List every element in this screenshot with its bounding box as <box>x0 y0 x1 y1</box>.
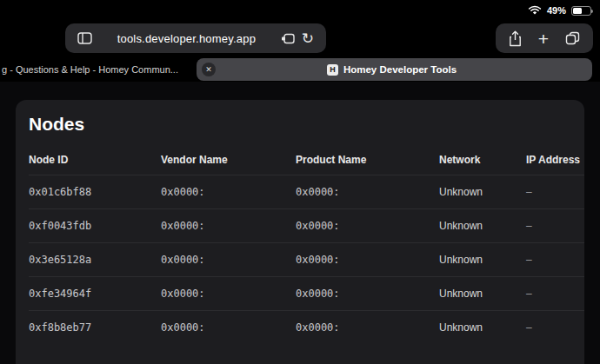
battery-icon <box>571 6 591 16</box>
toolbar-right: + <box>496 23 593 53</box>
cell-vendor-name: 0x0000: <box>161 242 296 276</box>
page-title: Nodes <box>29 114 584 135</box>
tabs-overview-icon[interactable] <box>562 31 583 45</box>
favicon-homey: H <box>327 64 338 76</box>
new-tab-icon[interactable]: + <box>535 30 552 48</box>
cell-product-name: 0x0000: <box>296 310 439 344</box>
tab-bar: g - Questions & Help - Homey Commun... ✕… <box>0 57 600 82</box>
share-icon[interactable] <box>505 30 525 47</box>
cell-ip-address: – <box>526 276 584 310</box>
url-text[interactable]: tools.developer.homey.app <box>96 32 277 45</box>
address-bar[interactable]: tools.developer.homey.app ↻ <box>65 23 326 53</box>
cell-node-id: 0x3e65128a <box>29 242 161 276</box>
cell-ip-address: – <box>526 175 584 208</box>
cell-node-id: 0xf0043fdb <box>29 208 161 242</box>
cell-product-name: 0x0000: <box>296 175 439 208</box>
cell-ip-address: – <box>526 242 584 276</box>
extensions-icon[interactable] <box>277 33 298 44</box>
cell-network: Unknown <box>439 242 526 276</box>
column-header-network: Network <box>439 145 526 175</box>
table-row[interactable]: 0x3e65128a 0x0000: 0x0000: Unknown – <box>29 242 584 276</box>
page-content: Nodes Node ID Vendor Name Product Name N… <box>0 82 600 364</box>
cell-node-id: 0xfe34964f <box>29 276 161 310</box>
table-header-row: Node ID Vendor Name Product Name Network… <box>29 145 584 175</box>
cell-node-id: 0x01c6bf88 <box>29 175 161 208</box>
close-tab-icon[interactable]: ✕ <box>202 63 216 76</box>
column-header-vendor-name: Vendor Name <box>161 145 296 175</box>
reload-icon[interactable]: ↻ <box>298 31 317 46</box>
cell-network: Unknown <box>439 276 526 310</box>
status-bar: 49% <box>0 0 600 21</box>
battery-percent-label: 49% <box>547 5 566 16</box>
table-row[interactable]: 0xfe34964f 0x0000: 0x0000: Unknown – <box>29 276 584 310</box>
column-header-ip-address: IP Address <box>526 145 584 175</box>
column-header-product-name: Product Name <box>296 145 439 175</box>
cell-vendor-name: 0x0000: <box>161 208 296 242</box>
cell-ip-address: – <box>526 310 584 344</box>
sidebar-toggle-icon[interactable] <box>74 32 96 44</box>
wifi-icon <box>528 5 542 16</box>
cell-network: Unknown <box>439 310 526 344</box>
tab-label: g - Questions & Help - Homey Commun... <box>0 64 178 75</box>
nodes-card: Nodes Node ID Vendor Name Product Name N… <box>16 100 584 364</box>
cell-vendor-name: 0x0000: <box>161 276 296 310</box>
cell-product-name: 0x0000: <box>296 276 439 310</box>
table-row[interactable]: 0x01c6bf88 0x0000: 0x0000: Unknown – <box>29 175 584 208</box>
cell-ip-address: – <box>526 208 584 242</box>
cell-vendor-name: 0x0000: <box>161 175 296 208</box>
tab-homey-community[interactable]: g - Questions & Help - Homey Commun... <box>0 58 190 81</box>
cell-network: Unknown <box>439 175 526 208</box>
nodes-table: Node ID Vendor Name Product Name Network… <box>29 145 584 344</box>
cell-vendor-name: 0x0000: <box>161 310 296 344</box>
tab-homey-developer-tools[interactable]: ✕ H Homey Developer Tools <box>197 58 592 81</box>
cell-product-name: 0x0000: <box>296 242 439 276</box>
cell-product-name: 0x0000: <box>296 208 439 242</box>
tab-label: Homey Developer Tools <box>343 64 457 75</box>
table-row[interactable]: 0xf0043fdb 0x0000: 0x0000: Unknown – <box>29 208 584 242</box>
cell-node-id: 0xf8b8eb77 <box>29 310 161 344</box>
table-row[interactable]: 0xf8b8eb77 0x0000: 0x0000: Unknown – <box>29 310 584 344</box>
column-header-node-id: Node ID <box>29 145 161 175</box>
cell-network: Unknown <box>439 208 526 242</box>
